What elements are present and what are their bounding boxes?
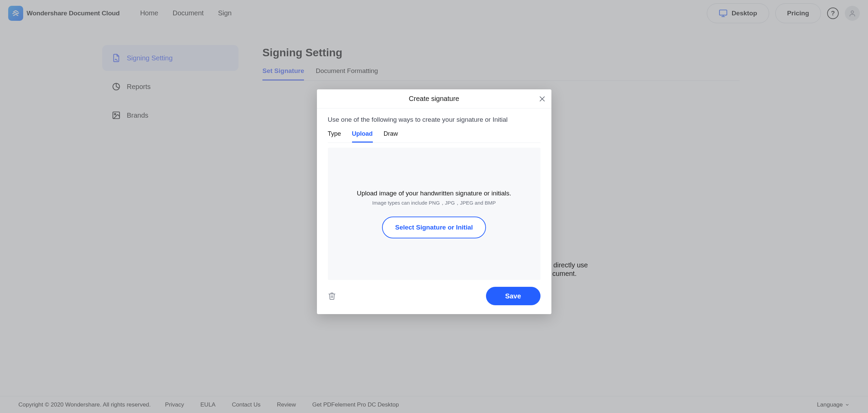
delete-signature-button[interactable] xyxy=(328,292,336,300)
modal-subtitle: Use one of the following ways to create … xyxy=(328,116,540,123)
modal-close-button[interactable] xyxy=(538,95,546,103)
modal-tab-upload[interactable]: Upload xyxy=(352,130,373,143)
modal-title: Create signature xyxy=(409,95,459,103)
upload-instruction: Upload image of your handwritten signatu… xyxy=(357,190,511,197)
trash-icon xyxy=(328,292,336,300)
create-signature-modal: Create signature Use one of the followin… xyxy=(317,89,551,314)
close-icon xyxy=(538,95,546,103)
modal-body: Use one of the following ways to create … xyxy=(317,108,551,314)
modal-tab-type[interactable]: Type xyxy=(328,130,341,143)
background-text-fragment: directly use xyxy=(553,260,588,270)
save-button[interactable]: Save xyxy=(486,287,540,305)
modal-overlay[interactable]: directly use cument. Create signature Us… xyxy=(0,0,868,413)
modal-tab-draw[interactable]: Draw xyxy=(384,130,398,143)
modal-footer: Save xyxy=(328,287,540,305)
background-text-fragment: cument. xyxy=(552,269,577,278)
select-signature-button-label: Select Signature or Initial xyxy=(395,224,473,231)
upload-file-types: Image types can include PNG，JPG，JPEG and… xyxy=(372,200,496,206)
select-signature-button[interactable]: Select Signature or Initial xyxy=(382,217,486,238)
modal-header: Create signature xyxy=(317,89,551,108)
upload-zone[interactable]: Upload image of your handwritten signatu… xyxy=(328,148,540,280)
modal-tabs: Type Upload Draw xyxy=(328,130,540,143)
save-button-label: Save xyxy=(505,292,521,300)
